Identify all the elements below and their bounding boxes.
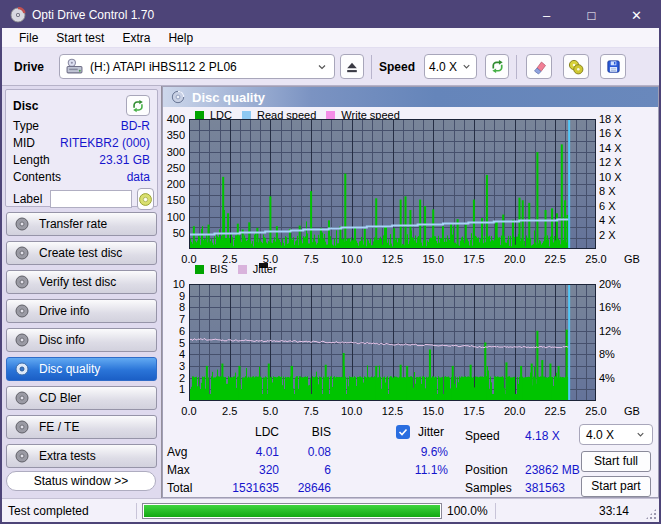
refresh-drive-button[interactable] (485, 54, 509, 79)
axis-tick-label: GB (624, 405, 640, 417)
disc-icon (14, 216, 30, 232)
disc-info-panel: Disc Type BD-R MID (5, 89, 158, 207)
axis-tick-label: 10.0 (335, 405, 369, 417)
drive-select[interactable]: (H:) ATAPI iHBS112 2 PL06 (59, 54, 335, 79)
axis-tick-label: 14 X (599, 142, 622, 154)
speed-select[interactable]: 4.0 X (424, 54, 477, 79)
disc-contents-value[interactable]: data (127, 170, 150, 184)
start-full-button[interactable]: Start full (581, 451, 651, 472)
axis-tick-label: 22.5 (538, 405, 572, 417)
refresh-disc-button[interactable] (126, 95, 150, 116)
sidebar-button-label: Disc quality (39, 362, 100, 376)
check-icon (398, 427, 408, 437)
close-button[interactable]: ✕ (614, 2, 659, 28)
sidebar: Disc Type BD-R MID (2, 86, 162, 498)
axis-tick-label: 15.0 (416, 253, 450, 265)
axis-tick-label: 0.0 (172, 405, 206, 417)
axis-tick-label: 22.5 (538, 253, 572, 265)
test-speed-select[interactable]: 4.0 X (579, 424, 653, 445)
max-ldc-value: 320 (223, 463, 279, 477)
disc-type-row: Type BD-R (13, 119, 150, 133)
axis-tick-label: 150 (162, 194, 185, 206)
axis-tick-label: 10 X (599, 171, 622, 183)
elapsed-time: 33:14 (599, 504, 629, 518)
sidebar-button-verify-test-disc[interactable]: Verify test disc (6, 270, 157, 294)
status-text: Test completed (2, 504, 136, 518)
axis-tick-label: 400 (162, 113, 185, 125)
axis-tick-label: 2 (162, 372, 185, 384)
disc-icon (14, 245, 30, 261)
stats-bis-header: BIS (283, 425, 331, 439)
app-cd-icon (10, 7, 26, 23)
sidebar-button-label: Verify test disc (39, 275, 116, 289)
menu-start-test[interactable]: Start test (47, 29, 113, 47)
axis-tick-label: 200 (162, 178, 185, 190)
eraser-icon (531, 59, 547, 75)
menu-file[interactable]: File (10, 29, 47, 47)
speed-select-value: 4.0 X (429, 60, 457, 74)
sidebar-button-label: Transfer rate (39, 217, 107, 231)
drive-select-value: (H:) ATAPI iHBS112 2 PL06 (90, 60, 237, 74)
save-button[interactable] (600, 54, 626, 79)
jitter-checkbox-label[interactable]: Jitter (418, 425, 444, 439)
disc-type-label: Type (13, 119, 39, 133)
refresh-arrows-icon (131, 99, 145, 113)
ldc-read-speed-chart[interactable] (189, 119, 596, 249)
erase-disc-button[interactable] (526, 54, 552, 79)
jitter-checkbox[interactable] (396, 425, 410, 439)
status-window-button[interactable]: Status window >> (6, 471, 156, 491)
disc-contents-label: Contents (13, 170, 61, 184)
chevron-down-icon (461, 61, 472, 72)
samples-stat-label: Samples (465, 481, 512, 495)
axis-tick-label: 17.5 (457, 405, 491, 417)
disc-icon (14, 448, 30, 464)
eject-icon (345, 60, 359, 74)
axis-tick-label: 16 X (599, 127, 622, 139)
sidebar-button-drive-info[interactable]: Drive info (6, 299, 157, 323)
menu-help[interactable]: Help (159, 29, 202, 47)
legend-bottom-chart: BISJitter (195, 263, 283, 275)
legend-swatch (195, 265, 204, 274)
legend-label: BIS (210, 263, 228, 275)
sidebar-button-label: Create test disc (39, 246, 122, 260)
progress-bar (142, 503, 442, 519)
max-bis-value: 6 (283, 463, 331, 477)
axis-tick-label: 15.0 (416, 405, 450, 417)
write-label-button[interactable] (137, 188, 154, 210)
sidebar-button-extra-tests[interactable]: Extra tests (6, 444, 157, 468)
sidebar-button-disc-info[interactable]: Disc info (6, 328, 157, 352)
max-jitter-value: 11.1% (373, 463, 448, 477)
progress-percent: 100.0% (447, 504, 495, 518)
menu-extra[interactable]: Extra (113, 29, 159, 47)
total-label: Total (167, 481, 192, 495)
sidebar-button-create-test-disc[interactable]: Create test disc (6, 241, 157, 265)
bis-jitter-chart[interactable] (189, 284, 596, 401)
resize-grip-icon[interactable] (645, 508, 657, 520)
disc-length-label: Length (13, 153, 50, 167)
sidebar-button-disc-quality[interactable]: Disc quality (6, 357, 157, 381)
toolbar-separator (371, 55, 372, 79)
eject-button[interactable] (340, 54, 364, 79)
axis-tick-label: 10 (162, 278, 185, 290)
total-ldc-value: 1531635 (223, 481, 279, 495)
maximize-button[interactable]: □ (569, 2, 614, 28)
start-part-button[interactable]: Start part (581, 476, 651, 497)
axis-tick-label: 16% (599, 301, 621, 313)
sidebar-button-label: CD Bler (39, 391, 81, 405)
sidebar-button-cd-bler[interactable]: CD Bler (6, 386, 157, 410)
disc-type-value: BD-R (121, 119, 150, 133)
disc-mid-value: RITEKBR2 (000) (60, 136, 150, 150)
legend-label: Jitter (253, 263, 277, 275)
axis-tick-label: 2 X (599, 229, 616, 241)
sidebar-button-fe-te[interactable]: FE / TE (6, 415, 157, 439)
disc-icon (14, 332, 30, 348)
sidebar-button-transfer-rate[interactable]: Transfer rate (6, 212, 157, 236)
axis-tick-label: 250 (162, 162, 185, 174)
stats-ldc-header: LDC (223, 425, 279, 439)
axis-tick-label: 50 (162, 227, 185, 239)
legend-swatch (238, 265, 247, 274)
axis-tick-label: 12 X (599, 156, 622, 168)
disc-label-input[interactable] (50, 190, 132, 208)
disc-tools-button[interactable] (563, 54, 589, 79)
minimize-button[interactable]: – (524, 2, 569, 28)
